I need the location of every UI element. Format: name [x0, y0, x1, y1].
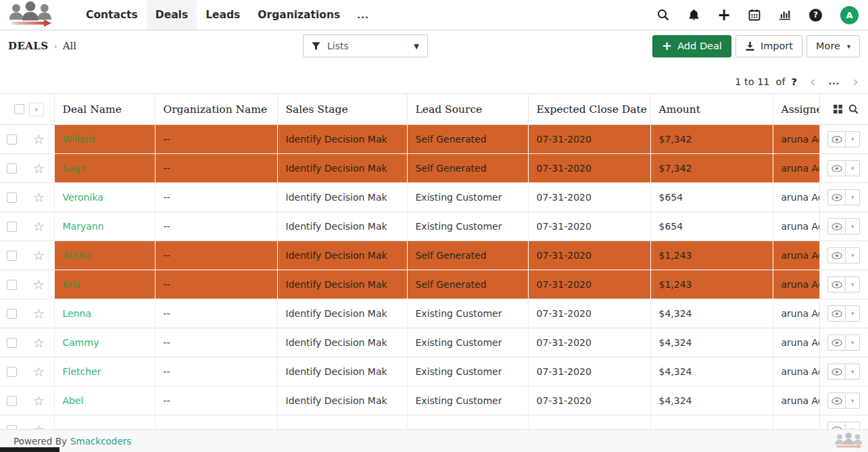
deal-name-link[interactable]: Sage [63, 163, 87, 174]
organization-name-cell: -- [155, 357, 277, 386]
amount-cell: $4,324 [650, 328, 773, 357]
deal-name-link[interactable]: Cammy [63, 337, 99, 348]
deal-name-link[interactable]: Lenna [63, 308, 92, 319]
breadcrumb-view[interactable]: All [63, 40, 76, 52]
organization-name-cell: -- [155, 328, 277, 357]
assigned-to-cell: aruna Ad [773, 241, 819, 270]
view-record-button[interactable] [827, 131, 846, 147]
calendar-icon[interactable] [748, 9, 761, 21]
lead-source-cell: Self Generated [407, 154, 528, 183]
chevron-down-icon: ▼ [414, 43, 419, 50]
nav-item-leads[interactable]: Leads [197, 0, 249, 30]
column-header-deal-name[interactable]: Deal Name [54, 94, 155, 125]
row-checkbox[interactable] [7, 134, 17, 145]
help-icon[interactable]: ? [809, 9, 822, 22]
row-actions-dropdown-button[interactable]: ▾ [846, 218, 860, 234]
star-favorite-icon[interactable]: ☆ [33, 306, 45, 321]
row-checkbox[interactable] [7, 396, 17, 406]
main-nav: Contacts Deals Leads Organizations ... [77, 0, 377, 30]
star-favorite-icon[interactable]: ☆ [33, 364, 45, 379]
star-favorite-icon[interactable]: ☆ [33, 393, 45, 408]
star-favorite-icon[interactable]: ☆ [33, 132, 45, 147]
list-search-icon[interactable] [848, 104, 859, 114]
reports-bar-chart-icon[interactable] [779, 9, 791, 21]
lead-source-cell: Existing Customer [407, 357, 528, 386]
deal-table-row: ☆ Fletcher -- Identify Decision Mak Exis… [0, 357, 868, 386]
next-page-button[interactable]: › [852, 75, 859, 89]
row-checkbox[interactable] [7, 222, 17, 232]
row-checkbox[interactable] [7, 367, 17, 377]
nav-item-deals[interactable]: Deals [147, 0, 197, 30]
column-header-assigned[interactable]: Assigne [773, 94, 819, 125]
row-checkbox[interactable] [7, 280, 17, 290]
column-header-sales-stage[interactable]: Sales Stage [277, 94, 407, 125]
star-favorite-icon[interactable]: ☆ [33, 190, 45, 205]
row-checkbox[interactable] [7, 309, 17, 319]
add-deal-button[interactable]: + Add Deal [652, 35, 731, 57]
row-checkbox[interactable] [7, 193, 17, 203]
row-actions-dropdown-button[interactable]: ▾ [846, 334, 860, 351]
crm-people-logo-icon [5, 1, 68, 28]
row-actions-dropdown-button[interactable]: ▾ [846, 363, 860, 380]
select-dropdown-chevron-icon[interactable]: ▾ [29, 103, 44, 116]
quick-add-plus-icon[interactable]: + [718, 9, 730, 21]
deal-name-link[interactable]: Veronika [63, 192, 103, 203]
view-record-button[interactable] [827, 160, 846, 176]
view-record-button[interactable] [827, 247, 846, 263]
nav-more-menu-icon[interactable]: ... [349, 10, 377, 20]
star-favorite-icon[interactable]: ☆ [33, 277, 45, 292]
column-config-grid-icon[interactable] [834, 105, 842, 114]
row-actions-dropdown-button[interactable]: ▾ [846, 305, 860, 322]
view-record-button[interactable] [827, 363, 846, 380]
pagination-total[interactable]: ? [792, 76, 797, 87]
user-avatar[interactable]: A [840, 6, 859, 24]
row-actions-dropdown-button[interactable]: ▾ [846, 160, 860, 176]
sales-stage-cell: Identify Decision Mak [277, 270, 407, 299]
star-favorite-icon[interactable]: ☆ [33, 335, 45, 350]
view-record-button[interactable] [827, 218, 846, 234]
view-record-button[interactable] [827, 189, 846, 205]
navbar-icon-group: + ? A [657, 6, 859, 24]
previous-page-button[interactable]: ‹ [810, 75, 816, 89]
star-favorite-icon[interactable]: ☆ [33, 248, 45, 263]
view-record-button[interactable] [827, 305, 846, 322]
page-jump-button[interactable]: ... [829, 77, 840, 86]
row-checkbox[interactable] [7, 338, 17, 348]
view-record-button[interactable] [827, 334, 846, 351]
nav-item-organizations[interactable]: Organizations [249, 0, 349, 30]
plus-icon: + [662, 41, 672, 51]
amount-cell: $7,342 [650, 154, 773, 183]
star-favorite-icon[interactable]: ☆ [33, 161, 45, 176]
smackcoders-link[interactable]: Smackcoders [70, 436, 131, 447]
deal-name-link[interactable]: Maryann [63, 221, 104, 232]
column-header-organization-name[interactable]: Organization Name [155, 94, 277, 125]
row-checkbox[interactable] [7, 164, 17, 174]
row-actions-dropdown-button[interactable]: ▾ [846, 247, 860, 263]
view-record-button[interactable] [827, 276, 846, 293]
deal-name-link[interactable]: Kris [63, 279, 80, 290]
column-header-expected-close-date[interactable]: Expected Close Date [528, 94, 650, 125]
deal-name-link[interactable]: Abel [63, 395, 84, 406]
row-actions-dropdown-button[interactable]: ▾ [846, 393, 860, 409]
column-header-lead-source[interactable]: Lead Source [407, 94, 528, 125]
row-checkbox[interactable] [7, 251, 17, 261]
select-all-checkbox[interactable] [14, 104, 24, 114]
row-actions-dropdown-button[interactable]: ▾ [846, 276, 860, 293]
lists-filter-dropdown[interactable]: Lists ▼ [303, 34, 428, 57]
view-record-button[interactable] [827, 393, 846, 409]
row-actions-dropdown-button[interactable]: ▾ [846, 131, 860, 147]
nav-item-contacts[interactable]: Contacts [77, 0, 147, 30]
more-button[interactable]: More ▾ [806, 35, 860, 57]
deal-name-link[interactable]: Fletcher [63, 366, 101, 377]
row-actions-dropdown-button[interactable]: ▾ [846, 189, 860, 205]
column-header-amount[interactable]: Amount [650, 94, 773, 125]
breadcrumb-module[interactable]: DEALS [8, 40, 48, 52]
watermark-people-logo-icon [833, 431, 868, 451]
search-icon[interactable] [657, 9, 669, 21]
deal-name-link[interactable]: Alisha [63, 250, 91, 261]
deal-name-link[interactable]: Willard [63, 134, 95, 145]
expected-close-date-cell: 07-31-2020 [528, 299, 650, 328]
notifications-bell-icon[interactable] [688, 9, 700, 21]
import-button[interactable]: Import [736, 35, 802, 57]
star-favorite-icon[interactable]: ☆ [33, 219, 45, 234]
